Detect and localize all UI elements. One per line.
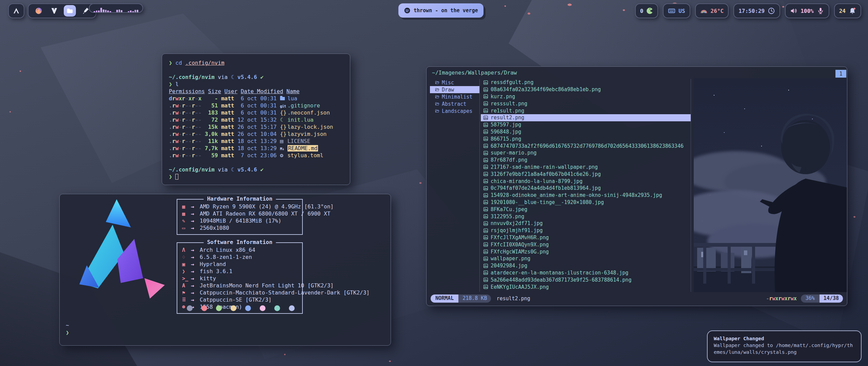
fetch-row: ▣→Hyprland [182, 261, 302, 268]
mode-indicator: NORMAL [431, 294, 458, 303]
cava-bar [96, 11, 98, 12]
file-row[interactable]: result2.png [481, 114, 691, 121]
preview-image [694, 78, 847, 292]
file-list: ressdfgult.png08a634fa02a32364f69ebc86a9… [481, 79, 691, 290]
file-row[interactable]: 5a266e448add93deab367d87173e9f25-6837886… [481, 276, 691, 283]
firefox-icon [35, 7, 42, 15]
file-row[interactable]: 8FKa7Cu.jpeg [481, 206, 691, 213]
file-row[interactable]: 20492984.jpg [481, 262, 691, 269]
image-file-icon [483, 221, 488, 226]
terminal-line: ~/.config/nvim via ☾ v5.4.6 ✔ [169, 74, 343, 81]
keyboard-layout: US [678, 8, 685, 14]
prompt-symbol: ❯ [66, 329, 69, 337]
file-size: 218.8 KB [458, 294, 491, 303]
file-row[interactable]: FXfcII0X0AQyn9X.png [481, 241, 691, 248]
file-row[interactable]: 154928-odinokoe_anime-art-anime-okno-sin… [481, 192, 691, 199]
folder-open-icon [435, 87, 440, 92]
image-file-icon [483, 150, 488, 156]
file-row[interactable]: 0c794faf07de24a4db4d4fb1eb813964.jpg [481, 185, 691, 192]
image-file-icon [483, 115, 488, 120]
file-name: super-mario.png [491, 150, 536, 156]
keyboard-layout-module[interactable]: US [663, 3, 690, 18]
file-name: 68747470733a2f2f696d616765732d7769786d70… [491, 143, 684, 149]
file-row[interactable]: nnvuv0xj2df71.jpg [481, 220, 691, 227]
sidebar-folder-abstract[interactable]: Abstract [430, 100, 479, 107]
folder-icon [66, 7, 74, 15]
arch-icon [13, 7, 20, 15]
folder-open-icon [435, 109, 440, 113]
json-icon: {} [280, 123, 288, 130]
audio-module[interactable]: 100% [785, 3, 829, 18]
image-file-icon [483, 179, 488, 184]
clock-module[interactable]: 17:50:29 [733, 3, 780, 18]
file-row[interactable]: FXfcHgcWIAMzs0G.png [481, 248, 691, 255]
sidebar-folder-draw[interactable]: Draw [430, 86, 479, 93]
file-row[interactable]: EeNKYgIUcAAJ5JX.png [481, 283, 691, 290]
notifications-module[interactable]: 24 [834, 3, 861, 18]
sidebar-folder-label: Draw [442, 87, 454, 93]
file-row[interactable]: chica-mirando-la-luna-8799.jpg [481, 178, 691, 185]
file-row[interactable]: rsjqojlmjhf91.jpg [481, 227, 691, 234]
file-row[interactable]: atardecer-en-la-montanas-ilustracion-634… [481, 269, 691, 277]
sidebar-folder-label: Abstract [442, 101, 466, 107]
file-row[interactable]: 68747470733a2f2f696d616765732d7769786d70… [481, 142, 691, 149]
launcher-button[interactable] [8, 3, 24, 18]
workspace-vim[interactable] [48, 5, 60, 17]
terminal-line: Permissions Size User Date Modified Name [169, 88, 343, 95]
file-listing-row: .rw-r--r-- 7,7k matt 18 oct 13:29 M↓READ… [169, 145, 343, 152]
weather-module[interactable]: 26°C [695, 3, 729, 18]
fetch-value: fish 3.6.1 [200, 268, 232, 274]
fetch-row: ▦→AMD Ryzen 9 5900X (24) @ 4.9GHz [61.3°… [182, 203, 302, 210]
file-row[interactable]: 87r687df.png [481, 157, 691, 164]
file-row[interactable]: re1sult.png [481, 107, 691, 114]
cava-bar [121, 10, 122, 12]
lua-icon: ☾ [280, 116, 288, 123]
image-file-icon [483, 108, 488, 113]
image-file-icon [483, 87, 488, 92]
file-row[interactable]: 587597.jpg [481, 121, 691, 128]
palette-dot [187, 305, 193, 311]
file-row[interactable]: kurz.png [481, 93, 691, 100]
file-row[interactable]: 3126f7e9bbf21a8a4af0b67b041c6e26.jpg [481, 170, 691, 178]
sidebar-folder-minimalist[interactable]: Minimalist [430, 93, 479, 100]
fetch-row: Λ→Arch Linux x86_64 [182, 246, 302, 253]
preview-scene [694, 78, 847, 292]
palette-dot [231, 305, 236, 311]
software-info-box: Software Information Λ→Arch Linux x86_64… [177, 242, 303, 314]
file-name: 19201080-__blue-tinge__-1920×1080.jpg [491, 199, 604, 205]
file-row[interactable]: 866715.png [481, 135, 691, 142]
sidebar-folder-label: Minimalist [442, 94, 472, 100]
file-row[interactable]: 217167-sad-anime-rain-wallpaper.png [481, 164, 691, 171]
sidebar-folder-misc[interactable]: Misc [430, 79, 479, 86]
file-row[interactable]: 3122955.png [481, 213, 691, 220]
workspace-firefox[interactable] [33, 5, 45, 17]
arrow-icon: → [191, 218, 200, 224]
cava-bar [119, 9, 120, 12]
file-row[interactable]: FXfcJlTXgAMvH6R.png [481, 234, 691, 241]
folder-open-icon [435, 95, 440, 99]
workspace-folder[interactable] [64, 5, 76, 17]
file-row[interactable]: ressdfgult.png [481, 79, 691, 86]
memory-icon: ✎ [182, 218, 191, 224]
tab-badge[interactable]: 1 [835, 70, 846, 78]
file-name: chica-mirando-la-luna-8799.jpg [491, 178, 583, 184]
git-icon: git [280, 103, 288, 110]
hardware-info-box: Hardware Information ▦→AMD Ryzen 9 5900X… [177, 199, 303, 235]
updates-module[interactable]: 0 [635, 3, 658, 18]
clock-icon [768, 7, 775, 15]
file-row[interactable]: 19201080-__blue-tinge__-1920×1080.jpg [481, 199, 691, 206]
cava-bar [103, 9, 104, 12]
fetch-value: Catppuccin-Macchiato-Standard-Lavender-D… [200, 289, 370, 296]
sidebar-folder-label: Misc [442, 80, 454, 86]
file-row[interactable]: resssult.png [481, 100, 691, 107]
notification-popup[interactable]: Wallpaper Changed Wallpaper changed to /… [707, 330, 862, 362]
current-path: ~/Imagenes/Wallpapers/Draw [432, 69, 517, 76]
file-row[interactable]: wallpaper.png [481, 255, 691, 262]
sidebar-folder-landscapes[interactable]: Landscapes [430, 107, 479, 115]
now-playing-widget[interactable]: thrown - on the verge [398, 3, 484, 18]
file-row[interactable]: 08a634fa02a32364f69ebc86a98eb1eb.png [481, 86, 691, 93]
file-listing-row: .rw-r--r-- 3,0k matt 26 oct 10:04 {}lazy… [169, 130, 343, 138]
file-row[interactable]: 596848.jpg [481, 128, 691, 136]
arrow-icon: → [191, 297, 200, 303]
file-row[interactable]: super-mario.png [481, 149, 691, 157]
